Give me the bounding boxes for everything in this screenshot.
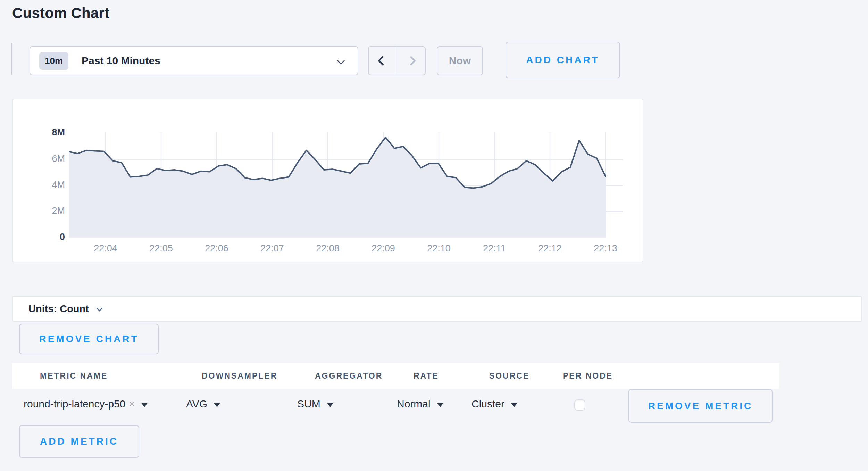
- chevron-right-icon: [406, 56, 416, 66]
- time-window-badge: 10m: [39, 52, 68, 70]
- caret-down-icon: [437, 403, 444, 407]
- column-header-metric-name: METRIC NAME: [40, 371, 108, 381]
- x-tick-label: 22:07: [251, 243, 293, 254]
- caret-down-icon: [327, 403, 334, 407]
- remove-metric-button[interactable]: REMOVE METRIC: [628, 389, 773, 423]
- source-value: Cluster: [471, 398, 504, 410]
- caret-down-icon: [214, 403, 220, 407]
- metric-name-value: round-trip-latency-p50: [24, 398, 125, 410]
- timeseries-area-chart[interactable]: [69, 132, 623, 239]
- step-back-button[interactable]: [369, 47, 397, 75]
- caret-down-icon: [141, 403, 148, 407]
- x-tick-label: 22:10: [418, 243, 460, 254]
- y-tick-label: 6M: [13, 154, 65, 164]
- metrics-table-header: METRIC NAME DOWNSAMPLER AGGREGATOR RATE …: [12, 363, 779, 389]
- time-step-controls: [368, 46, 426, 75]
- chevron-down-icon: [337, 57, 345, 65]
- time-window-dropdown[interactable]: 10m Past 10 Minutes: [30, 46, 358, 75]
- column-header-aggregator: AGGREGATOR: [315, 371, 383, 381]
- chart-card: 02M4M6M8M 22:0422:0522:0622:0722:0822:09…: [12, 99, 643, 262]
- x-tick-label: 22:06: [196, 243, 237, 254]
- units-label: Units: Count: [28, 303, 89, 315]
- downsampler-select[interactable]: AVG: [186, 398, 220, 410]
- downsampler-value: AVG: [186, 398, 207, 410]
- x-tick-label: 22:11: [474, 243, 515, 254]
- column-header-downsampler: DOWNSAMPLER: [202, 371, 277, 381]
- y-tick-label: 0: [13, 232, 65, 242]
- aggregator-select[interactable]: SUM: [297, 398, 334, 410]
- step-forward-button[interactable]: [397, 47, 425, 75]
- add-chart-button[interactable]: ADD CHART: [506, 42, 620, 78]
- x-tick-label: 22:13: [585, 243, 626, 254]
- caret-down-icon: [511, 403, 518, 407]
- aggregator-value: SUM: [297, 398, 320, 410]
- chevron-left-icon: [378, 56, 387, 66]
- column-header-source: SOURCE: [489, 371, 529, 381]
- column-header-rate: RATE: [414, 371, 439, 381]
- units-dropdown[interactable]: Units: Count: [12, 296, 862, 322]
- time-window-label: Past 10 Minutes: [82, 55, 160, 67]
- metric-name-select[interactable]: round-trip-latency-p50 ×: [24, 398, 148, 410]
- remove-chart-button[interactable]: REMOVE CHART: [19, 324, 159, 354]
- x-tick-label: 22:12: [529, 243, 571, 254]
- custom-chart-page: Custom Chart 10m Past 10 Minutes Now ADD…: [0, 0, 868, 471]
- now-button[interactable]: Now: [437, 46, 483, 75]
- clear-metric-icon[interactable]: ×: [129, 398, 134, 410]
- y-tick-label: 8M: [13, 127, 65, 138]
- column-header-per-node: PER NODE: [563, 371, 613, 381]
- page-title: Custom Chart: [12, 5, 109, 22]
- rate-value: Normal: [397, 398, 431, 410]
- rate-select[interactable]: Normal: [397, 398, 444, 410]
- toolbar-divider: [11, 43, 12, 75]
- x-tick-label: 22:04: [85, 243, 126, 254]
- source-select[interactable]: Cluster: [471, 398, 518, 410]
- add-metric-button[interactable]: ADD METRIC: [19, 425, 139, 458]
- per-node-checkbox[interactable]: [574, 399, 585, 411]
- x-tick-label: 22:05: [140, 243, 182, 254]
- y-tick-label: 4M: [13, 180, 65, 190]
- chevron-down-icon: [96, 305, 102, 311]
- x-tick-label: 22:08: [307, 243, 349, 254]
- y-tick-label: 2M: [13, 206, 65, 216]
- x-tick-label: 22:09: [362, 243, 404, 254]
